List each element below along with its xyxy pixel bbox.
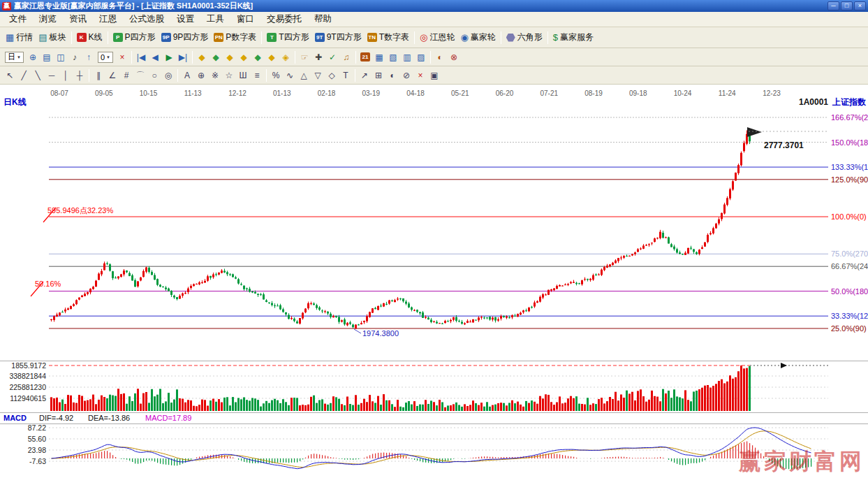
winner-wheel-button[interactable]: ◉赢家轮 bbox=[457, 30, 498, 45]
circle-tool[interactable]: ○ bbox=[147, 70, 161, 81]
layout-grid-icon-glyph: ▦ bbox=[375, 53, 383, 61]
toolbar-drawing: ↖╱╲─│┼∥∠#⌒○◎A⊕※☆Ш≡%∿△▽◇T↗⊞◐⊘×▣ bbox=[0, 66, 868, 85]
period-daily-selector[interactable]: 日▼ bbox=[3, 50, 26, 64]
layout-hatch-icon[interactable]: ▨ bbox=[414, 52, 428, 63]
calendar-icon[interactable]: 21 bbox=[358, 51, 372, 63]
grid-box-tool[interactable]: ⊞ bbox=[372, 70, 385, 81]
prev-page-button[interactable]: ◀ bbox=[148, 52, 162, 63]
half-moon-tool[interactable]: ◐ bbox=[385, 70, 399, 81]
kline-button[interactable]: KK线 bbox=[74, 30, 105, 45]
wave-tool[interactable]: ∿ bbox=[283, 70, 297, 81]
gann-diamond-1-icon[interactable]: ◆ bbox=[195, 52, 209, 63]
menu-help[interactable]: 帮助 bbox=[308, 12, 338, 27]
concentric-circles-tool[interactable]: ◎ bbox=[161, 70, 175, 81]
t-square-button[interactable]: TT四方形 bbox=[264, 30, 311, 45]
arc-tool[interactable]: ⌒ bbox=[133, 70, 147, 81]
trend-line-tool[interactable]: ╱ bbox=[17, 70, 31, 81]
bell-alert-icon-glyph: ♫ bbox=[344, 53, 350, 61]
first-page-button[interactable]: |◀ bbox=[134, 52, 148, 63]
percent-line-tool[interactable]: % bbox=[269, 70, 283, 81]
arrow-up-icon[interactable]: ↑ bbox=[82, 52, 96, 63]
menu-file[interactable]: 文件 bbox=[3, 12, 33, 27]
9p-square-button[interactable]: 9P9P四方形 bbox=[159, 30, 212, 45]
winner-service-label: 赢家服务 bbox=[560, 31, 594, 43]
layout-rows-icon[interactable]: ▥ bbox=[400, 52, 414, 63]
parallel-channel-tool[interactable]: ∥ bbox=[91, 70, 105, 81]
menu-tools[interactable]: 工具 bbox=[200, 12, 230, 27]
menu-formula-select[interactable]: 公式选股 bbox=[123, 12, 170, 27]
gann-grid-tool[interactable]: # bbox=[119, 70, 133, 81]
circle-cross-tool[interactable]: ⊕ bbox=[194, 70, 208, 81]
winner-service-button[interactable]: $赢家服务 bbox=[550, 30, 596, 45]
hexagon-button[interactable]: 六角形 bbox=[503, 30, 545, 45]
sector-blocks-button[interactable]: ▤板块 bbox=[36, 30, 68, 45]
descending-line-tool[interactable]: ╲ bbox=[31, 70, 45, 81]
trend-line-tool-glyph: ╱ bbox=[21, 71, 26, 80]
burst-tool[interactable]: ※ bbox=[208, 70, 222, 81]
p-number-table-button[interactable]: PNP数字表 bbox=[211, 30, 259, 45]
cone-tool[interactable]: A bbox=[180, 70, 194, 81]
crosshair-icon[interactable]: ✚ bbox=[311, 52, 325, 63]
menu-gann[interactable]: 江恩 bbox=[93, 12, 123, 27]
layout-diag-icon[interactable]: ▧ bbox=[386, 52, 400, 63]
svg-text:33.33%(120): 33.33%(120) bbox=[831, 312, 868, 320]
horizontal-line-tool[interactable]: ─ bbox=[45, 70, 59, 81]
confirm-icon[interactable]: ✓ bbox=[325, 52, 339, 63]
gann-diamond-4-icon[interactable]: ◆ bbox=[237, 52, 251, 63]
svg-text:50.0%(180): 50.0%(180) bbox=[831, 287, 868, 296]
split-window-icon[interactable]: ◫ bbox=[54, 52, 68, 63]
gann-fan-tool[interactable]: ∠ bbox=[105, 70, 119, 81]
arrow-mark-tool[interactable]: ↗ bbox=[358, 70, 372, 81]
no-draw-tool[interactable]: ⊘ bbox=[399, 70, 413, 81]
minimize-button[interactable]: ─ bbox=[827, 1, 839, 10]
pointer-tool[interactable]: ↖ bbox=[3, 70, 17, 81]
erase-tool[interactable]: × bbox=[413, 70, 427, 81]
bell-alert-icon[interactable]: ♫ bbox=[339, 52, 353, 63]
9t-square-button[interactable]: 9T9T四方形 bbox=[312, 30, 365, 45]
gann-wheel-button[interactable]: ◎江恩轮 bbox=[417, 30, 457, 45]
triangle-tool[interactable]: △ bbox=[297, 70, 311, 81]
layout-grid-icon[interactable]: ▦ bbox=[372, 52, 386, 63]
layout-hatch-icon-glyph: ▨ bbox=[417, 53, 425, 61]
cross-line-tool[interactable]: ┼ bbox=[73, 70, 87, 81]
menu-news[interactable]: 资讯 bbox=[63, 12, 93, 27]
filled-box-tool[interactable]: ▣ bbox=[427, 70, 441, 81]
inverted-triangle-tool-glyph: ▽ bbox=[314, 71, 321, 80]
close-button[interactable]: × bbox=[854, 1, 866, 10]
concentric-circles-tool-glyph: ◎ bbox=[165, 71, 172, 80]
menu-trade-order[interactable]: 交易委托 bbox=[260, 12, 308, 27]
next-page-button[interactable]: ▶ bbox=[162, 52, 176, 63]
cycle-lines-tool[interactable]: Ш bbox=[236, 70, 250, 81]
exit-tool-icon[interactable]: ⊗ bbox=[447, 52, 461, 63]
theme-toggle-icon[interactable]: ◐ bbox=[433, 52, 447, 63]
f10-info-icon[interactable]: ▤ bbox=[40, 52, 54, 63]
hand-pan-icon[interactable]: ☞ bbox=[297, 52, 311, 63]
star-tool[interactable]: ☆ bbox=[222, 70, 236, 81]
fibonacci-retracement-tool-glyph: ≡ bbox=[254, 71, 259, 80]
gann-settings-icon[interactable]: ⊕ bbox=[26, 52, 40, 63]
svg-text:1855.9172: 1855.9172 bbox=[11, 361, 46, 370]
last-page-button[interactable]: ▶| bbox=[176, 52, 190, 63]
gann-diamond-3-icon[interactable]: ◆ bbox=[223, 52, 237, 63]
gann-diamond-2-icon[interactable]: ◆ bbox=[209, 52, 223, 63]
fibonacci-retracement-tool[interactable]: ≡ bbox=[250, 70, 264, 81]
menu-window[interactable]: 窗口 bbox=[230, 12, 260, 27]
maximize-button[interactable]: □ bbox=[841, 1, 853, 10]
market-grid-button[interactable]: ▦行情 bbox=[3, 30, 36, 45]
zero-axis-selector[interactable]: 0▼ bbox=[96, 50, 115, 64]
vertical-line-tool[interactable]: │ bbox=[59, 70, 73, 81]
alert-sound-icon[interactable]: ♪ bbox=[68, 52, 82, 63]
menu-settings[interactable]: 设置 bbox=[170, 12, 200, 27]
chart-canvas[interactable]: 08-0709-0510-1511-1312-1201-1302-1803-19… bbox=[0, 85, 868, 478]
gann-diamond-5-icon[interactable]: ◆ bbox=[251, 52, 265, 63]
diamond-tool[interactable]: ◇ bbox=[325, 70, 339, 81]
menu-browse[interactable]: 浏览 bbox=[33, 12, 63, 27]
t-number-table-button[interactable]: TNT数字表 bbox=[365, 30, 412, 45]
delete-red-icon[interactable]: × bbox=[115, 52, 129, 63]
gann-diamond-6-icon[interactable]: ◆ bbox=[265, 52, 279, 63]
text-note-tool[interactable]: T bbox=[339, 70, 353, 81]
inverted-triangle-tool[interactable]: ▽ bbox=[311, 70, 325, 81]
gann-diamond-ring-icon[interactable]: ◈ bbox=[279, 52, 293, 63]
market-grid-label: 行情 bbox=[16, 31, 33, 43]
p-square-button[interactable]: PP四方形 bbox=[110, 30, 159, 45]
